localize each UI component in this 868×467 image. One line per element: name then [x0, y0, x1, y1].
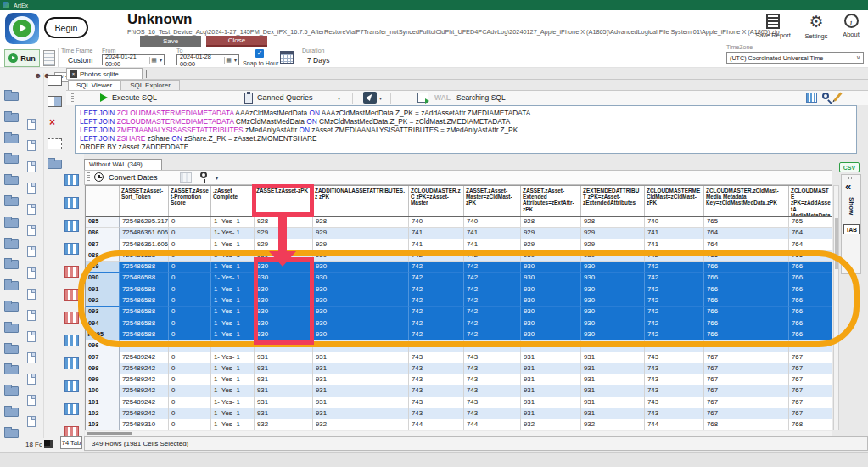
table-cell[interactable]: 740	[409, 217, 464, 228]
calendar-icon[interactable]: ▦	[149, 57, 158, 64]
table-row[interactable]: 10372548931001- Yes- 1932932744744932932…	[86, 419, 832, 430]
file-icon[interactable]	[27, 395, 36, 406]
table-cell[interactable]: 931	[255, 397, 313, 408]
table-grid-icon[interactable]	[64, 174, 79, 186]
tab-photos-sqlite[interactable]: × Photos.sqlite	[66, 68, 143, 79]
timezone-select[interactable]: (UTC) Coordinated Universal Time ∨	[726, 52, 864, 64]
table-cell[interactable]: 741	[464, 239, 521, 250]
row-number-cell[interactable]: 099	[86, 374, 120, 385]
row-number-header[interactable]	[86, 186, 120, 216]
table-cell[interactable]: 743	[409, 397, 464, 408]
folder-icon[interactable]	[4, 345, 19, 354]
tab-without-wal[interactable]: Without WAL (349)	[84, 159, 162, 170]
location-pin-icon[interactable]	[200, 172, 207, 178]
calendar-icon[interactable]: ▦	[224, 57, 232, 64]
close-icon[interactable]: ×	[70, 70, 77, 78]
row-number-cell[interactable]: 097	[86, 352, 120, 363]
table-cell[interactable]: 725489242	[120, 385, 169, 397]
table-cell[interactable]: 928	[313, 217, 409, 228]
table-cell[interactable]: 929	[521, 228, 581, 239]
table-row[interactable]: 10072548924201- Yes- 1931931743743931931…	[86, 385, 832, 397]
row-number-cell[interactable]: 086	[86, 228, 120, 239]
table-cell[interactable]: 765	[789, 217, 832, 228]
table-cell[interactable]: 725486361.6062..	[120, 228, 169, 239]
folder-icon[interactable]	[4, 281, 19, 290]
export-table-icon[interactable]	[180, 172, 192, 183]
table-cell[interactable]: 764	[704, 228, 789, 239]
dashed-rect-icon[interactable]	[48, 138, 62, 149]
table-cell[interactable]: 743	[464, 352, 521, 363]
time-frame-value[interactable]: Custom	[68, 56, 92, 65]
folder-icon[interactable]	[4, 218, 19, 228]
table-cell[interactable]: 767	[789, 374, 832, 385]
table-cell[interactable]: 741	[645, 228, 704, 239]
row-number-cell[interactable]: 103	[86, 419, 120, 430]
column-header[interactable]: ZASSET.zAsset-Promotion Score	[169, 186, 211, 216]
close-button[interactable]: Close	[206, 36, 267, 47]
file-icon[interactable]	[27, 374, 36, 385]
csv-export-button[interactable]: CSV	[839, 162, 860, 172]
table-grid-icon[interactable]	[64, 220, 79, 232]
table-cell[interactable]: 743	[645, 397, 704, 408]
file-icon[interactable]	[27, 331, 36, 342]
table-cell[interactable]: 931	[313, 408, 409, 419]
table-cell[interactable]: 928	[581, 217, 645, 228]
table-cell[interactable]: 740	[645, 217, 704, 228]
column-header[interactable]: ZCLOUDMASTERME CldMast=zCldMast-zPK	[645, 186, 704, 216]
table-cell[interactable]: 1- Yes- 1	[211, 363, 255, 374]
table-cell[interactable]: 1- Yes- 1	[211, 408, 255, 419]
from-date-input[interactable]: 2024-01-21 00:00 ▦ ▾	[102, 54, 165, 65]
table-cell[interactable]: 743	[464, 374, 521, 385]
table-cell[interactable]: 725486295.3178..	[120, 217, 169, 228]
table-cell[interactable]: 0	[169, 352, 211, 363]
table-cell[interactable]: 767	[789, 385, 832, 397]
file-icon[interactable]	[27, 119, 36, 130]
chevron-down-icon[interactable]: ▾	[158, 57, 164, 63]
column-header[interactable]: ZASSET.zAsset-Master=zCldMast-zPK	[464, 186, 521, 216]
file-icon[interactable]	[27, 183, 36, 194]
table-cell[interactable]: 1- Yes- 1	[211, 352, 255, 363]
column-header[interactable]: .zAsset Complete	[211, 186, 255, 216]
table-row[interactable]: 087725486361.6062..01- Yes- 192992974174…	[86, 239, 832, 250]
table-cell[interactable]: 0	[169, 363, 211, 374]
folder-icon[interactable]	[4, 429, 19, 438]
file-icon[interactable]	[27, 246, 36, 257]
table-cell[interactable]: 0	[169, 239, 211, 250]
table-row[interactable]: 09772548924201- Yes- 1931931743743931931…	[86, 352, 832, 363]
folder-icon[interactable]	[4, 155, 19, 164]
table-cell[interactable]: 0	[169, 228, 211, 239]
table-grid-icon[interactable]	[64, 357, 79, 369]
chevron-down-icon[interactable]: ▾	[216, 175, 218, 181]
settings-button[interactable]: ⚙ Settings	[801, 14, 832, 40]
table-cell[interactable]: 725489242	[120, 397, 169, 408]
run-sql-icon[interactable]	[43, 50, 55, 66]
table-cell[interactable]: 768	[704, 419, 789, 430]
table-cell[interactable]: 931	[313, 397, 409, 408]
table-grid-icon[interactable]	[64, 403, 79, 415]
table-cell[interactable]: 1- Yes- 1	[211, 385, 255, 397]
column-header[interactable]: ZASSET.zAsset-Sort_Token	[120, 186, 169, 216]
row-number-cell[interactable]: 085	[86, 217, 120, 228]
drag-handle[interactable]	[87, 172, 90, 183]
table-cell[interactable]: 932	[313, 419, 409, 430]
table-cell[interactable]: 767	[789, 352, 832, 363]
table-cell[interactable]: 929	[313, 239, 409, 250]
table-row[interactable]: 10172548924201- Yes- 1931931743743931931…	[86, 397, 832, 408]
table-cell[interactable]: 744	[409, 419, 464, 430]
table-cell[interactable]: 0	[169, 374, 211, 385]
table-cell[interactable]: 725489242	[120, 363, 169, 374]
table-icon[interactable]	[806, 93, 817, 103]
row-number-cell[interactable]: 100	[86, 385, 120, 397]
column-header[interactable]: ZCLOUDMASTER.zC zPK=zAsset- Master	[409, 186, 464, 216]
column-header[interactable]: ZASSET.zAsset-Extended Attributes=zExtAt…	[521, 186, 581, 216]
table-cell[interactable]: 741	[409, 228, 464, 239]
table-row[interactable]: 09872548924201- Yes- 1931931743743931931…	[86, 363, 832, 374]
row-number-cell[interactable]: 087	[86, 239, 120, 250]
folder-icon[interactable]	[48, 160, 62, 169]
table-cell[interactable]: 743	[645, 352, 704, 363]
table-cell[interactable]: 743	[409, 363, 464, 374]
table-cell[interactable]: 931	[521, 363, 581, 374]
file-icon[interactable]	[27, 161, 36, 172]
save-report-button[interactable]: Save Report	[753, 14, 792, 39]
table-grid-icon[interactable]	[64, 312, 79, 324]
